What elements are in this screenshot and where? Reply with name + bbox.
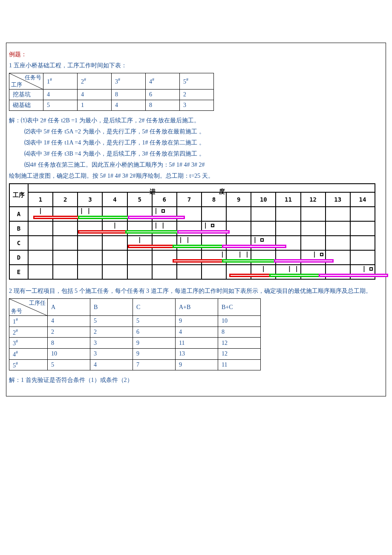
gantt-col: 4 <box>102 192 127 207</box>
row-label: 砌基础 <box>9 100 43 111</box>
cell: 9 <box>133 338 176 349</box>
cell: 2 <box>48 327 90 338</box>
tick-mark: | | <box>238 251 249 257</box>
gantt-col: 10 <box>251 192 276 207</box>
row-label: 1# <box>9 316 48 327</box>
cell: 11 <box>176 338 218 349</box>
solution-step-2: ⑵表中 5# 任务 t5A =2 为最小，是先行工序，5# 任务放在最前施工 。 <box>24 128 383 136</box>
gantt-row-label: C <box>9 236 28 250</box>
example-heading: 例题： <box>9 51 383 58</box>
solution-step-6: 绘制施工进度图，确定总工期。按 5# 1# 4# 3# 2#顺序绘制。总工期：t… <box>9 172 383 180</box>
table-row: 砌基础 5 1 4 8 3 <box>9 100 214 111</box>
gantt-row-b: B | | | | <box>9 221 375 236</box>
gantt-col: 14 <box>350 192 375 207</box>
tick-mark: | <box>221 251 224 257</box>
cell: 4 <box>43 90 78 100</box>
tick-mark: | | <box>80 208 90 214</box>
gantt-col: 13 <box>326 192 350 207</box>
gantt-col: 2 <box>53 192 78 207</box>
col-header: 2# <box>78 73 112 90</box>
tick-mark: | | <box>288 266 298 272</box>
cell: 5 <box>133 316 176 327</box>
cell: 4 <box>176 327 218 338</box>
table-row: 3# 8 3 9 11 12 <box>9 338 261 349</box>
cell: 6 <box>133 327 176 338</box>
diag-top: 任务号 <box>25 74 41 81</box>
gantt-col: 11 <box>276 192 300 207</box>
cell: 8 <box>146 100 180 111</box>
table-row: 挖基坑 4 4 8 6 2 <box>9 90 214 100</box>
col-header: A+B <box>176 299 218 316</box>
gantt-col: 5 <box>127 192 152 207</box>
gantt-row-d: D | | | | <box>9 250 375 265</box>
table-1: 任务号 工序 1# 2# 3# 4# 5# 挖基坑 4 4 8 6 2 砌基础 … <box>9 73 214 111</box>
cell: 1 <box>78 100 112 111</box>
tick-mark: | | <box>154 222 165 228</box>
cell: 12 <box>218 338 261 349</box>
cell: 5 <box>43 100 78 111</box>
gantt-col: 3 <box>78 192 102 207</box>
gantt-col: 7 <box>177 192 202 207</box>
cell: 8 <box>112 90 146 100</box>
diag-bot: 工序 <box>11 81 22 89</box>
gantt-chart: 工序 进 度 1 2 3 4 5 6 7 8 9 10 11 12 13 <box>9 183 383 280</box>
document-page: 例题： 1 五座小桥基础工程，工序工作时间如下表： 任务号 工序 1# 2# 3… <box>6 43 386 396</box>
cell: 12 <box>218 348 261 359</box>
gantt-col: 9 <box>226 192 251 207</box>
diag-bot: 务号 <box>11 307 22 315</box>
cell: 5 <box>90 316 133 327</box>
problem-1-intro: 1 五座小桥基础工程，工序工作时间如下表： <box>9 62 383 69</box>
gantt-row-label: D <box>9 250 28 265</box>
diag-top: 工序任 <box>29 299 46 307</box>
table-2: 工序任 务号 A B C A+B B+C 1# 4 5 5 9 10 2# 2 … <box>9 298 261 370</box>
gantt-cols-row: 1 2 3 4 5 6 7 8 9 10 11 12 13 14 <box>9 192 375 207</box>
cell: 5 <box>48 359 90 370</box>
row-label: 2# <box>9 327 48 338</box>
col-header: 1# <box>43 73 78 90</box>
tick-mark: | | <box>179 237 190 243</box>
gantt-col: 6 <box>152 192 177 207</box>
row-label: 5# <box>9 359 48 370</box>
table-row: 4# 10 3 9 13 12 <box>9 348 261 359</box>
col-header: A <box>48 299 90 316</box>
cell: 10 <box>48 348 90 359</box>
row-label: 挖基坑 <box>9 90 43 100</box>
cell: 11 <box>218 359 261 370</box>
gantt-header-row: 工序 进 度 <box>9 184 375 192</box>
gantt-col: 1 <box>28 192 53 207</box>
gantt-corner: 工序 <box>9 184 28 207</box>
table-row: 任务号 工序 1# 2# 3# 4# 5# <box>9 73 214 90</box>
cell: 9 <box>176 316 218 327</box>
cell: 6 <box>146 90 180 100</box>
cell: 4 <box>78 90 112 100</box>
col-header: 5# <box>180 73 214 90</box>
problem-2-intro: 2 现有一工程项目，包括 5 个施工任务，每个任务有 3 道工序，每道工序的工作… <box>9 287 383 295</box>
row-label: 3# <box>9 338 48 349</box>
solution-step-3: ⑶表中 1# 任务 t1A =4 为最小，是先行工序，1# 任务放在第二施工 。 <box>24 139 383 147</box>
cell: 3 <box>90 338 133 349</box>
gantt-row-c: C | | | | <box>9 236 375 250</box>
diag-header: 任务号 工序 <box>9 73 43 90</box>
cell: 8 <box>48 338 90 349</box>
cell: 13 <box>176 348 218 359</box>
table-row: 1# 4 5 5 9 10 <box>9 316 261 327</box>
col-header: C <box>133 299 176 316</box>
tick-mark: | <box>138 237 141 243</box>
col-header: 3# <box>112 73 146 90</box>
gantt-row-label: B <box>9 221 28 236</box>
cell: 7 <box>133 359 176 370</box>
tick-mark: | <box>313 251 323 257</box>
cell: 3 <box>90 348 133 359</box>
gantt-row-e: E | | | | <box>9 265 375 279</box>
tick-mark: | <box>362 266 373 272</box>
row-label: 4# <box>9 348 48 359</box>
cell: 8 <box>218 327 261 338</box>
cell: 4 <box>90 359 133 370</box>
tick-mark: | <box>39 208 42 214</box>
table-row: 5# 5 4 7 9 11 <box>9 359 261 370</box>
gantt-row-label: A <box>9 207 28 221</box>
gantt-title-b: 度 <box>219 188 225 196</box>
tick-mark: | <box>262 266 265 272</box>
tick-mark: | <box>113 222 116 228</box>
problem-2-solution: 解：1 首先验证是否符合条件（1）或条件（2） <box>9 376 383 384</box>
